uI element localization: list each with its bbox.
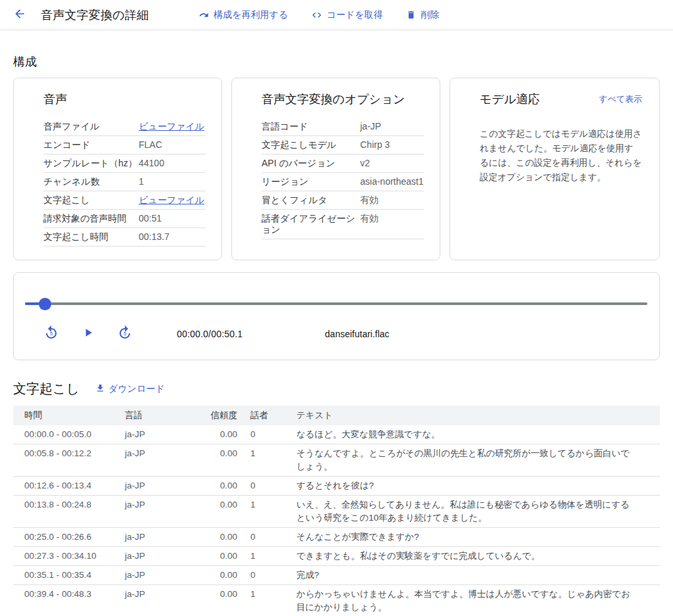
table-row: 00:25.0 - 00:26.6 ja-JP 0.00 0 そんなことが実際で… [13,528,660,547]
model-value: Chirp 3 [360,139,390,151]
encoding-label: エンコード [43,139,139,151]
cell-confidence: 0.00 [200,428,241,441]
transcript-table: 時間 言語 信頼度 話者 テキスト 00:00.0 - 00:05.0 ja-J… [13,406,660,616]
transcription-time-row: 文字起こし時間 00:13.7 [43,228,206,247]
model-row: 文字起こしモデル Chirp 3 [262,136,424,154]
download-label: ダウンロード [108,383,165,395]
show-all-link[interactable]: すべて表示 [599,93,642,105]
cell-language: ja-JP [125,447,200,473]
cell-text: いえ、え、全然知らしてありません。私は誰にも秘密であらゆる物体を透明にするという… [292,498,660,525]
page-title: 音声文字変換の詳細 [41,7,149,23]
channel-count-label: チャンネル数 [43,176,139,187]
play-icon [81,326,95,342]
cell-time: 00:27.3 - 00:34.10 [13,550,125,563]
table-row: 00:39.4 - 00:48.3 ja-JP 0.00 1 からかっちゃいけま… [13,585,660,616]
billed-audio-time-label: 請求対象の音声時間 [43,213,139,224]
download-icon [95,383,105,395]
player-filename: danseifutari.flac [325,329,389,339]
cell-time: 00:12.6 - 00:13.4 [13,479,125,492]
audio-card-title: 音声 [43,91,206,107]
cell-confidence: 0.00 [200,531,241,544]
profanity-filter-value: 有効 [360,195,379,206]
main-content: 構成 音声 音声ファイル ビューファイル エンコード FLAC サンプルレート（… [0,54,673,616]
diarization-value: 有効 [360,213,379,224]
cell-language: ja-JP [125,479,200,492]
audio-player: 5 5 00:00.0/00:50.1 danseifutari.flac [13,272,660,360]
audio-file-view-link[interactable]: ビューファイル [139,121,204,132]
audio-card: 音声 音声ファイル ビューファイル エンコード FLAC サンプルレート（hz）… [13,78,222,260]
diarization-row: 話者ダイアライゼーション 有効 [262,210,424,239]
transcript-section-title: 文字起こし [13,380,80,398]
config-cards: 音声 音声ファイル ビューファイル エンコード FLAC サンプルレート（hz）… [13,78,660,260]
language-code-value: ja-JP [360,121,381,132]
cell-confidence: 0.00 [200,447,241,473]
play-button[interactable] [80,325,97,343]
cell-text: するとそれを彼は? [292,479,660,492]
billed-audio-time-value: 00:51 [139,213,162,224]
sample-rate-row: サンプルレート（hz） 44100 [43,154,206,173]
cell-language: ja-JP [125,531,200,544]
region-row: リージョン asia-northeast1 [262,173,424,191]
language-code-label: 言語コード [262,121,360,132]
model-adaptation-text: この文字起こしではモデル適応は使用されませんでした。モデル適応を使用するには、こ… [480,127,642,185]
model-label: 文字起こしモデル [262,139,360,151]
cell-speaker: 1 [241,498,292,525]
col-text: テキスト [292,409,660,422]
cell-speaker: 0 [241,531,292,544]
col-speaker: 話者 [241,409,292,422]
transcript-file-label: 文字起こし [43,195,139,206]
forward-5-button[interactable]: 5 [116,325,133,343]
table-row: 00:12.6 - 00:13.4 ja-JP 0.00 0 するとそれを彼は? [13,477,660,496]
col-confidence: 信頼度 [200,409,241,422]
language-code-row: 言語コード ja-JP [262,118,424,136]
cell-confidence: 0.00 [200,588,241,614]
model-adaptation-card: モデル適応 すべて表示 この文字起こしではモデル適応は使用されませんでした。モデ… [450,78,660,260]
transcript-file-view-link[interactable]: ビューファイル [139,195,204,206]
cell-speaker: 0 [241,479,292,492]
cell-speaker: 1 [241,447,292,473]
api-version-row: API のバージョン v2 [262,154,424,173]
cell-language: ja-JP [125,498,200,525]
transcript-header: 文字起こし ダウンロード [13,380,660,398]
table-row: 00:05.8 - 00:12.2 ja-JP 0.00 1 そうなんですよ。と… [13,444,660,477]
svg-text:5: 5 [124,331,126,337]
transcript-file-row: 文字起こし ビューファイル [43,191,206,210]
trash-icon [406,10,416,20]
download-link[interactable]: ダウンロード [95,383,165,395]
seek-thumb[interactable] [39,298,51,310]
player-controls: 5 5 00:00.0/00:50.1 danseifutari.flac [25,325,647,343]
reuse-config-button[interactable]: 構成を再利用する [198,9,288,21]
table-row: 00:35.1 - 00:35.4 ja-JP 0.00 0 完成? [13,566,660,585]
cell-language: ja-JP [125,569,200,582]
delete-button[interactable]: 削除 [406,9,439,21]
cell-confidence: 0.00 [200,479,241,492]
get-code-label: コードを取得 [327,9,383,21]
profanity-filter-row: 冒とくフィルタ 有効 [262,191,424,210]
cell-time: 00:05.8 - 00:12.2 [13,447,125,473]
reuse-config-label: 構成を再利用する [214,9,288,21]
encoding-row: エンコード FLAC [43,136,206,154]
config-section-title: 構成 [13,54,660,70]
channel-count-row: チャンネル数 1 [43,173,206,191]
cell-language: ja-JP [125,428,200,441]
cell-time: 00:00.0 - 00:05.0 [13,428,125,441]
replay-5-button[interactable]: 5 [43,325,60,343]
cell-confidence: 0.00 [200,498,241,525]
billed-audio-time-row: 請求対象の音声時間 00:51 [43,210,206,228]
channel-count-value: 1 [139,176,144,187]
cell-speaker: 1 [241,550,292,563]
seek-slider[interactable] [25,298,647,310]
get-code-button[interactable]: コードを取得 [312,9,383,21]
table-row: 00:27.3 - 00:34.10 ja-JP 0.00 1 できますとも。私… [13,547,660,566]
forward-5-icon: 5 [117,325,133,343]
diarization-label: 話者ダイアライゼーション [262,213,360,235]
cell-time: 00:25.0 - 00:26.6 [13,531,125,544]
col-time: 時間 [13,409,125,422]
table-row: 00:13.8 - 00:24.8 ja-JP 0.00 1 いえ、え、全然知ら… [13,496,660,528]
seek-track[interactable] [25,302,647,305]
cell-confidence: 0.00 [200,569,241,582]
cell-language: ja-JP [125,588,200,614]
encoding-value: FLAC [139,139,162,151]
cell-speaker: 0 [241,569,292,582]
back-button[interactable] [12,7,28,23]
